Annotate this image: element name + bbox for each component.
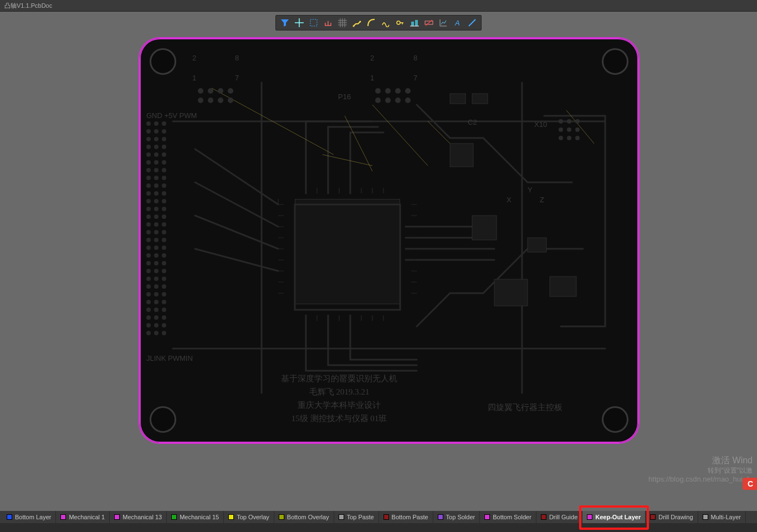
pad: [162, 168, 166, 172]
silkscreen-label: JLINK PWMIN: [146, 354, 193, 362]
pad: [146, 183, 151, 188]
svg-point-10: [218, 88, 223, 94]
pad: [162, 214, 166, 219]
pad: [154, 176, 158, 180]
filter-icon[interactable]: [278, 17, 291, 29]
key-icon[interactable]: [393, 17, 407, 29]
pad: [154, 214, 158, 219]
svg-point-18: [395, 88, 401, 94]
svg-point-8: [198, 88, 203, 94]
pad: [154, 121, 158, 126]
pad: [162, 145, 166, 149]
layer-tab-keep-out-layer[interactable]: Keep-Out Layer: [582, 511, 646, 523]
pcb-board-outline: GND +5V PWM JLINK PWMIN 基于深度学习的罂粟识别无人机 毛…: [140, 38, 638, 443]
svg-point-29: [575, 127, 580, 132]
layer-tab-multi-layer[interactable]: Multi-Layer: [698, 511, 746, 523]
pad: [146, 214, 151, 219]
svg-point-16: [375, 88, 381, 94]
pad: [162, 245, 166, 250]
layer-tab-bottom-layer[interactable]: Bottom Layer: [2, 511, 56, 523]
pad: [146, 245, 151, 250]
align-icon[interactable]: [408, 17, 421, 29]
svg-point-25: [567, 119, 571, 124]
svg-point-13: [208, 98, 213, 103]
layer-tab-top-paste[interactable]: Top Paste: [334, 511, 379, 523]
dimension-icon[interactable]: [321, 17, 335, 29]
pad: [146, 168, 151, 172]
layer-color-swatch: [279, 514, 284, 520]
layer-tab-label: Bottom Solder: [493, 514, 531, 520]
pad: [162, 183, 166, 188]
chart-icon[interactable]: [437, 17, 450, 29]
silkscreen-line: 四旋翼飞行器主控板: [467, 401, 583, 414]
pad: [146, 308, 151, 312]
layer-tab-bottom-solder[interactable]: Bottom Solder: [480, 511, 536, 523]
pad: [162, 199, 166, 203]
arc-icon[interactable]: [365, 17, 378, 29]
layer-tab-top-overlay[interactable]: Top Overlay: [224, 511, 274, 523]
svg-rect-37: [472, 94, 488, 104]
pad: [154, 292, 158, 296]
layer-tab-label: Keep-Out Layer: [595, 514, 641, 520]
pad: [162, 269, 166, 273]
layer-tab-mechanical-1[interactable]: Mechanical 1: [56, 511, 110, 523]
pad: [146, 145, 151, 149]
svg-point-32: [575, 136, 580, 140]
svg-point-30: [559, 136, 563, 140]
grid-icon[interactable]: [336, 17, 349, 29]
pad: [162, 331, 166, 335]
route-icon[interactable]: [350, 17, 364, 29]
pad: [162, 137, 166, 141]
pcb-canvas[interactable]: GND +5V PWM JLINK PWMIN 基于深度学习的罂粟识别无人机 毛…: [0, 12, 757, 511]
text-icon[interactable]: A: [451, 17, 464, 29]
watermark-url: https://blog.csdn.net/mao_hui_fe: [648, 475, 753, 484]
pad: [154, 300, 158, 304]
layer-tab-drill-drawing[interactable]: Drill Drawing: [646, 511, 698, 523]
pad: [154, 261, 158, 265]
layer-tab-bottom-paste[interactable]: Bottom Paste: [379, 511, 433, 523]
silkscreen-block: 基于深度学习的罂粟识别无人机 毛辉飞 2019.3.21 重庆大学本科毕业设计 …: [234, 372, 444, 425]
layer-color-swatch: [484, 514, 490, 520]
pad: [154, 199, 158, 203]
status-bar: [0, 523, 757, 532]
layer-tab-top-solder[interactable]: Top Solder: [433, 511, 480, 523]
pad: [154, 253, 158, 258]
layer-tab-mechanical-15[interactable]: Mechanical 15: [167, 511, 224, 523]
layer-tab-mechanical-13[interactable]: Mechanical 13: [110, 511, 167, 523]
svg-text:8: 8: [413, 54, 417, 62]
layer-tab-drill-guide[interactable]: Drill Guide: [536, 511, 582, 523]
pad: [146, 191, 151, 196]
auto-route-icon[interactable]: [379, 17, 392, 29]
mounting-hole-icon: [150, 48, 176, 75]
pad: [146, 199, 151, 203]
layer-tab-label: Bottom Layer: [15, 514, 51, 520]
pcb-toolbar: A: [275, 15, 482, 30]
svg-point-21: [385, 98, 391, 103]
svg-point-12: [198, 98, 203, 103]
svg-point-9: [208, 88, 213, 94]
pad: [146, 292, 151, 296]
pad: [162, 253, 166, 258]
measure-icon[interactable]: [422, 17, 436, 29]
select-rect-icon[interactable]: [307, 17, 320, 29]
svg-point-28: [567, 127, 571, 132]
crosshair-icon[interactable]: [293, 17, 306, 29]
layer-color-swatch: [703, 514, 708, 520]
svg-text:A: A: [454, 19, 460, 27]
layer-tab-label: Bottom Paste: [392, 514, 428, 520]
layer-color-swatch: [438, 514, 443, 520]
svg-point-14: [218, 98, 223, 103]
layer-tab-label: Bottom Overlay: [287, 514, 329, 520]
pad: [162, 277, 166, 281]
svg-text:X: X: [507, 196, 512, 204]
silkscreen-line: 重庆大学本科毕业设计: [234, 398, 444, 412]
pad: [162, 230, 166, 234]
svg-rect-36: [450, 94, 466, 104]
line-icon[interactable]: [466, 17, 479, 29]
pad: [146, 176, 151, 180]
pad: [162, 207, 166, 211]
layer-tab-label: Drill Drawing: [658, 514, 693, 520]
pad: [154, 207, 158, 211]
layer-tab-bottom-overlay[interactable]: Bottom Overlay: [274, 511, 334, 523]
pad: [154, 308, 158, 312]
